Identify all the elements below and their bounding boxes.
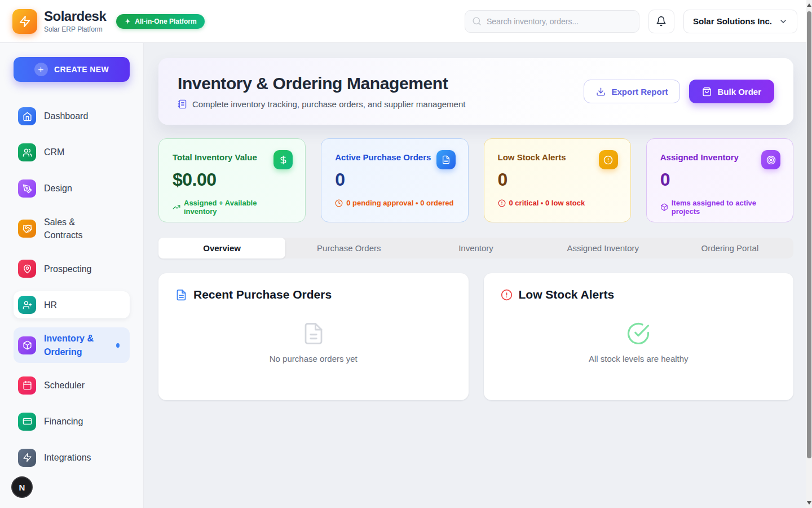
package-icon [18,336,36,354]
sidebar-item-label: Scheduler [44,379,85,392]
stat-note-text: Assigned + Available inventory [184,199,292,216]
stat-value: $0.00 [173,169,292,190]
empty-state-text: No purchase orders yet [270,354,358,364]
sidebar-item-label: Dashboard [44,110,88,122]
tab-overview[interactable]: Overview [158,238,285,259]
vertical-scrollbar[interactable] [806,0,812,508]
sidebar-item-label: CRM [44,146,64,159]
handshake-icon [18,220,36,238]
app-title: Solardesk [44,9,106,24]
sidebar-item-label: Financing [44,415,83,428]
overview-panels: Recent Purchase Orders No purchase order… [158,273,793,400]
tab-purchase-orders[interactable]: Purchase Orders [285,238,412,259]
search-icon [472,16,482,26]
pen-tool-icon [18,179,36,198]
company-name: Solar Solutions Inc. [693,16,772,26]
dollar-icon [273,150,293,169]
stat-total-inventory-value: Total Inventory Value $0.00 Assigned + A… [158,138,306,222]
sidebar-item-crm[interactable]: CRM [14,139,130,166]
file-text-icon [175,289,187,301]
platform-badge-label: All-in-One Platform [135,17,196,25]
users-icon [18,143,36,161]
sidebar-item-label: Design [44,182,72,195]
low-stock-alerts-panel: Low Stock Alerts All stock levels are he… [484,273,794,400]
notifications-button[interactable] [648,10,674,33]
stat-low-stock-alerts: Low Stock Alerts 0 0 critical • 0 low st… [484,138,631,222]
panel-title: Low Stock Alerts [519,288,615,301]
stat-active-purchase-orders: Active Purchase Orders 0 0 pending appro… [321,138,468,222]
recent-purchase-orders-panel: Recent Purchase Orders No purchase order… [158,273,469,400]
sidebar-item-design[interactable]: Design [14,175,130,202]
check-circle-icon [626,322,650,345]
page-subtitle: Complete inventory tracking, purchase or… [192,99,465,109]
user-avatar[interactable]: N [11,476,33,498]
clock-icon [335,199,343,207]
zap-icon [18,449,36,467]
calendar-icon [18,376,36,395]
platform-badge: All-in-One Platform [116,14,204,29]
page-header-banner: Inventory & Ordering Management Complete… [158,58,793,125]
app-logo-lightning-icon [12,9,37,34]
sidebar-item-inventory-ordering[interactable]: Inventory & Ordering [14,327,130,362]
empty-state-text: All stock levels are healthy [589,354,689,364]
stat-value: 0 [335,169,454,190]
scroll-up-arrow-icon[interactable] [807,3,811,7]
avatar-initial: N [19,483,25,492]
download-icon [596,87,606,97]
panel-title: Recent Purchase Orders [193,288,332,301]
chevron-down-icon [779,17,788,26]
sidebar-item-label: HR [44,299,57,312]
file-icon [302,322,325,345]
notebook-icon [178,99,187,109]
export-report-button[interactable]: Export Report [584,80,680,103]
app-subtitle: Solar ERP Platform [44,25,106,33]
alert-circle-icon [501,289,513,301]
trending-up-icon [173,203,180,211]
tab-assigned-inventory[interactable]: Assigned Inventory [540,238,667,259]
bell-icon [656,16,667,27]
sidebar-item-prospecting[interactable]: Prospecting [14,255,130,282]
sidebar-item-label: Inventory & Ordering [44,332,108,358]
user-plus-icon [18,296,36,314]
sidebar-item-financing[interactable]: Financing [14,408,130,435]
sidebar-item-sales-contracts[interactable]: Sales & Contracts [14,211,130,246]
stat-value: 0 [498,169,617,190]
brand-block: Solardesk Solar ERP Platform [44,9,106,33]
alert-circle-icon [498,199,506,207]
credit-card-icon [18,413,36,431]
stat-note-text: Items assigned to active projects [672,199,779,216]
tab-bar: Overview Purchase Orders Inventory Assig… [158,238,793,259]
top-header: Solardesk Solar ERP Platform All-in-One … [0,0,812,43]
search-input[interactable] [487,17,632,26]
stat-note-text: 0 pending approval • 0 ordered [346,199,453,207]
tab-ordering-portal[interactable]: Ordering Portal [667,238,793,259]
target-icon [761,150,780,169]
sidebar-item-scheduler[interactable]: Scheduler [14,372,130,399]
sidebar-item-hr[interactable]: HR [14,291,130,318]
stat-value: 0 [660,169,779,190]
home-icon [18,107,36,125]
main-content: Inventory & Ordering Management Complete… [144,43,806,508]
sidebar: CREATE NEW Dashboard CRM Design Sales & … [0,43,144,508]
scrollbar-thumb[interactable] [807,11,811,458]
active-indicator-dot [116,343,120,348]
stat-cards: Total Inventory Value $0.00 Assigned + A… [158,138,793,222]
sidebar-item-label: Sales & Contracts [44,216,111,242]
tab-inventory[interactable]: Inventory [412,238,539,259]
alert-circle-icon [599,150,618,169]
scroll-down-arrow-icon[interactable] [807,501,811,505]
package-icon [660,203,668,211]
company-selector[interactable]: Solar Solutions Inc. [683,10,797,33]
sidebar-item-dashboard[interactable]: Dashboard [14,103,130,130]
sidebar-item-label: Integrations [44,451,91,464]
bulk-order-button[interactable]: Bulk Order [689,80,774,103]
sidebar-item-integrations[interactable]: Integrations [14,444,130,471]
global-search[interactable] [465,10,639,33]
file-text-icon [436,150,456,169]
sparkles-icon [124,17,131,25]
stat-note-text: 0 critical • 0 low stock [509,199,585,207]
sidebar-item-label: Prospecting [44,262,92,275]
create-new-button[interactable]: CREATE NEW [14,57,130,82]
plus-icon [34,63,48,76]
map-pin-icon [18,260,36,278]
